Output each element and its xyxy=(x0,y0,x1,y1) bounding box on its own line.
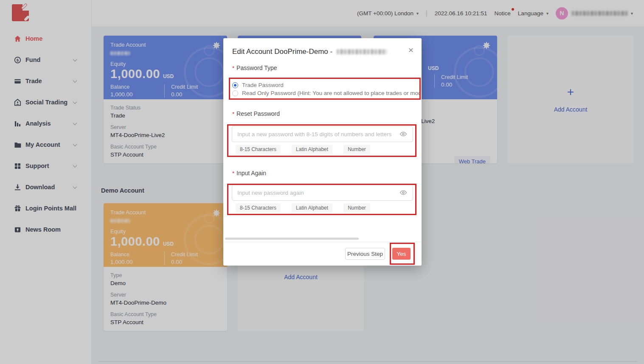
yes-button[interactable]: Yes xyxy=(392,248,411,260)
radio-trade-password[interactable]: Trade Password xyxy=(232,81,420,89)
password-rule-tag: 8-15 Characters xyxy=(236,145,281,154)
edit-account-modal: Edit Account DooPrime-Demo - × *Password… xyxy=(223,38,422,266)
eye-icon[interactable] xyxy=(399,189,407,196)
modal-footer: Previous Step Yes xyxy=(223,242,422,266)
password-rule-tag: Number xyxy=(343,145,370,154)
radio-read-only-password[interactable]: Read Only Password (Hint: You are not al… xyxy=(232,89,420,97)
password-rules-row-2: 8-15 Characters Latin Alphabet Number xyxy=(236,203,370,213)
input-again-label: *Input Again xyxy=(232,170,266,176)
previous-step-button[interactable]: Previous Step xyxy=(345,248,385,260)
reset-password-label: *Reset Password xyxy=(232,110,280,117)
close-icon[interactable]: × xyxy=(408,45,413,54)
modal-title: Edit Account DooPrime-Demo - xyxy=(232,48,387,56)
horizontal-scrollbar-thumb[interactable] xyxy=(225,238,359,240)
required-mark: * xyxy=(232,170,234,176)
account-number-redacted xyxy=(337,49,387,54)
required-mark: * xyxy=(232,65,234,71)
password-rules-row-1: 8-15 Characters Latin Alphabet Number xyxy=(236,145,370,154)
confirm-password-input[interactable] xyxy=(232,185,413,201)
password-rule-tag: 8-15 Characters xyxy=(236,203,281,213)
password-rule-tag: Latin Alphabet xyxy=(292,145,332,154)
new-password-input[interactable] xyxy=(232,126,413,142)
password-rule-tag: Latin Alphabet xyxy=(292,203,332,213)
radio-unselected-icon xyxy=(232,90,238,96)
password-type-label: *Password Type xyxy=(232,64,277,71)
eye-icon[interactable] xyxy=(399,130,407,138)
app-canvas: Home $ Fund Trade Social Trading Analysi… xyxy=(0,0,644,364)
password-rule-tag: Number xyxy=(343,203,370,213)
password-type-radio-group: Trade Password Read Only Password (Hint:… xyxy=(232,81,420,97)
required-mark: * xyxy=(232,111,234,117)
radio-selected-icon xyxy=(232,82,238,88)
